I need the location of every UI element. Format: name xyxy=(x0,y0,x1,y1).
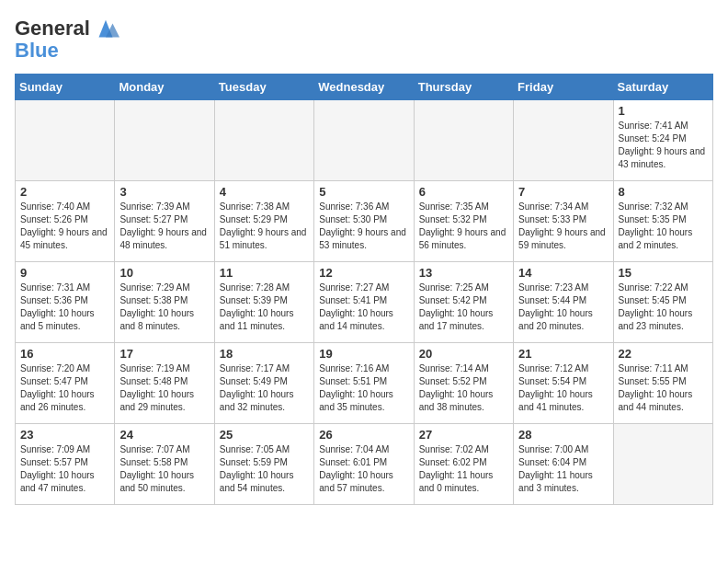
day-cell: 1Sunrise: 7:41 AM Sunset: 5:24 PM Daylig… xyxy=(613,100,712,181)
day-number: 7 xyxy=(518,185,608,199)
day-cell: 20Sunrise: 7:14 AM Sunset: 5:52 PM Dayli… xyxy=(414,343,513,424)
day-cell xyxy=(314,100,414,181)
day-number: 20 xyxy=(419,347,508,361)
day-cell: 14Sunrise: 7:23 AM Sunset: 5:44 PM Dayli… xyxy=(514,262,613,343)
day-cell: 5Sunrise: 7:36 AM Sunset: 5:30 PM Daylig… xyxy=(314,181,414,262)
day-info: Sunrise: 7:28 AM Sunset: 5:39 PM Dayligh… xyxy=(220,282,309,333)
day-cell: 9Sunrise: 7:31 AM Sunset: 5:36 PM Daylig… xyxy=(16,262,115,343)
day-cell: 27Sunrise: 7:02 AM Sunset: 6:02 PM Dayli… xyxy=(414,424,513,505)
day-number: 1 xyxy=(619,104,708,118)
day-number: 12 xyxy=(319,266,408,280)
day-cell: 8Sunrise: 7:32 AM Sunset: 5:35 PM Daylig… xyxy=(613,181,712,262)
day-number: 14 xyxy=(518,266,608,280)
day-info: Sunrise: 7:38 AM Sunset: 5:29 PM Dayligh… xyxy=(220,201,309,252)
day-number: 27 xyxy=(419,428,508,442)
day-info: Sunrise: 7:00 AM Sunset: 6:04 PM Dayligh… xyxy=(518,443,608,495)
day-cell: 6Sunrise: 7:35 AM Sunset: 5:32 PM Daylig… xyxy=(414,181,513,262)
day-info: Sunrise: 7:35 AM Sunset: 5:32 PM Dayligh… xyxy=(419,201,508,252)
day-info: Sunrise: 7:02 AM Sunset: 6:02 PM Dayligh… xyxy=(419,443,508,495)
day-cell: 7Sunrise: 7:34 AM Sunset: 5:33 PM Daylig… xyxy=(514,181,613,262)
day-number: 21 xyxy=(518,347,608,361)
day-cell: 21Sunrise: 7:12 AM Sunset: 5:54 PM Dayli… xyxy=(514,343,613,424)
day-number: 8 xyxy=(619,185,708,199)
day-number: 18 xyxy=(220,347,309,361)
day-info: Sunrise: 7:04 AM Sunset: 6:01 PM Dayligh… xyxy=(319,443,408,495)
day-info: Sunrise: 7:17 AM Sunset: 5:49 PM Dayligh… xyxy=(220,362,309,414)
day-info: Sunrise: 7:23 AM Sunset: 5:44 PM Dayligh… xyxy=(518,282,608,333)
week-row-5: 23Sunrise: 7:09 AM Sunset: 5:57 PM Dayli… xyxy=(16,424,713,505)
day-number: 26 xyxy=(319,428,408,442)
day-info: Sunrise: 7:41 AM Sunset: 5:24 PM Dayligh… xyxy=(619,120,708,171)
day-info: Sunrise: 7:07 AM Sunset: 5:58 PM Dayligh… xyxy=(119,443,209,495)
day-number: 4 xyxy=(220,185,309,199)
day-header-sunday: Sunday xyxy=(16,75,115,100)
day-info: Sunrise: 7:19 AM Sunset: 5:48 PM Dayligh… xyxy=(119,362,209,414)
day-info: Sunrise: 7:14 AM Sunset: 5:52 PM Dayligh… xyxy=(419,362,508,414)
day-info: Sunrise: 7:25 AM Sunset: 5:42 PM Dayligh… xyxy=(419,282,508,333)
day-number: 3 xyxy=(119,185,209,199)
day-info: Sunrise: 7:09 AM Sunset: 5:57 PM Dayligh… xyxy=(20,443,109,495)
day-info: Sunrise: 7:16 AM Sunset: 5:51 PM Dayligh… xyxy=(319,362,408,414)
day-cell xyxy=(214,100,313,181)
day-number: 23 xyxy=(20,428,109,442)
day-cell: 24Sunrise: 7:07 AM Sunset: 5:58 PM Dayli… xyxy=(115,424,214,505)
week-row-1: 1Sunrise: 7:41 AM Sunset: 5:24 PM Daylig… xyxy=(16,100,713,181)
day-info: Sunrise: 7:34 AM Sunset: 5:33 PM Dayligh… xyxy=(518,201,608,252)
day-cell: 10Sunrise: 7:29 AM Sunset: 5:38 PM Dayli… xyxy=(115,262,214,343)
calendar-table: SundayMondayTuesdayWednesdayThursdayFrid… xyxy=(15,74,713,505)
logo: General Blue xyxy=(15,15,119,63)
day-cell: 25Sunrise: 7:05 AM Sunset: 5:59 PM Dayli… xyxy=(214,424,313,505)
day-info: Sunrise: 7:27 AM Sunset: 5:41 PM Dayligh… xyxy=(319,282,408,333)
day-header-tuesday: Tuesday xyxy=(214,75,313,100)
day-cell xyxy=(514,100,613,181)
day-cell: 17Sunrise: 7:19 AM Sunset: 5:48 PM Dayli… xyxy=(115,343,214,424)
day-cell: 22Sunrise: 7:11 AM Sunset: 5:55 PM Dayli… xyxy=(613,343,712,424)
day-cell: 15Sunrise: 7:22 AM Sunset: 5:45 PM Dayli… xyxy=(613,262,712,343)
day-info: Sunrise: 7:40 AM Sunset: 5:26 PM Dayligh… xyxy=(20,201,109,252)
day-header-thursday: Thursday xyxy=(414,75,513,100)
day-cell: 12Sunrise: 7:27 AM Sunset: 5:41 PM Dayli… xyxy=(314,262,414,343)
week-row-2: 2Sunrise: 7:40 AM Sunset: 5:26 PM Daylig… xyxy=(16,181,713,262)
day-cell xyxy=(115,100,214,181)
day-cell xyxy=(414,100,513,181)
day-number: 15 xyxy=(619,266,708,280)
week-row-4: 16Sunrise: 7:20 AM Sunset: 5:47 PM Dayli… xyxy=(16,343,713,424)
day-header-saturday: Saturday xyxy=(613,75,712,100)
day-number: 11 xyxy=(220,266,309,280)
day-number: 6 xyxy=(419,185,508,199)
day-info: Sunrise: 7:36 AM Sunset: 5:30 PM Dayligh… xyxy=(319,201,408,252)
day-info: Sunrise: 7:22 AM Sunset: 5:45 PM Dayligh… xyxy=(619,282,708,333)
week-row-3: 9Sunrise: 7:31 AM Sunset: 5:36 PM Daylig… xyxy=(16,262,713,343)
day-number: 28 xyxy=(518,428,608,442)
day-header-wednesday: Wednesday xyxy=(314,75,414,100)
day-number: 24 xyxy=(119,428,209,442)
day-cell: 28Sunrise: 7:00 AM Sunset: 6:04 PM Dayli… xyxy=(514,424,613,505)
day-number: 9 xyxy=(20,266,109,280)
day-info: Sunrise: 7:29 AM Sunset: 5:38 PM Dayligh… xyxy=(119,282,209,333)
day-number: 10 xyxy=(119,266,209,280)
day-info: Sunrise: 7:12 AM Sunset: 5:54 PM Dayligh… xyxy=(518,362,608,414)
day-cell: 23Sunrise: 7:09 AM Sunset: 5:57 PM Dayli… xyxy=(16,424,115,505)
day-header-monday: Monday xyxy=(115,75,214,100)
day-number: 19 xyxy=(319,347,408,361)
day-number: 5 xyxy=(319,185,408,199)
day-cell: 13Sunrise: 7:25 AM Sunset: 5:42 PM Dayli… xyxy=(414,262,513,343)
day-info: Sunrise: 7:39 AM Sunset: 5:27 PM Dayligh… xyxy=(119,201,209,252)
page-header: General Blue xyxy=(15,15,713,63)
days-header-row: SundayMondayTuesdayWednesdayThursdayFrid… xyxy=(16,75,713,100)
day-cell: 26Sunrise: 7:04 AM Sunset: 6:01 PM Dayli… xyxy=(314,424,414,505)
day-info: Sunrise: 7:05 AM Sunset: 5:59 PM Dayligh… xyxy=(220,443,309,495)
day-cell xyxy=(16,100,115,181)
day-number: 16 xyxy=(20,347,109,361)
day-header-friday: Friday xyxy=(514,75,613,100)
day-info: Sunrise: 7:31 AM Sunset: 5:36 PM Dayligh… xyxy=(20,282,109,333)
day-cell: 19Sunrise: 7:16 AM Sunset: 5:51 PM Dayli… xyxy=(314,343,414,424)
day-cell: 18Sunrise: 7:17 AM Sunset: 5:49 PM Dayli… xyxy=(214,343,313,424)
day-info: Sunrise: 7:11 AM Sunset: 5:55 PM Dayligh… xyxy=(619,362,708,414)
day-cell: 16Sunrise: 7:20 AM Sunset: 5:47 PM Dayli… xyxy=(16,343,115,424)
day-cell: 3Sunrise: 7:39 AM Sunset: 5:27 PM Daylig… xyxy=(115,181,214,262)
day-cell xyxy=(613,424,712,505)
day-number: 25 xyxy=(220,428,309,442)
day-cell: 11Sunrise: 7:28 AM Sunset: 5:39 PM Dayli… xyxy=(214,262,313,343)
day-cell: 4Sunrise: 7:38 AM Sunset: 5:29 PM Daylig… xyxy=(214,181,313,262)
